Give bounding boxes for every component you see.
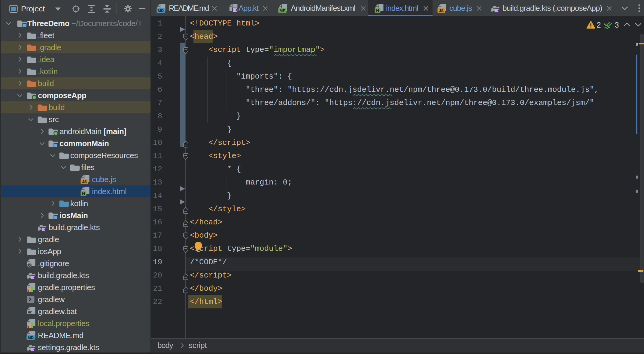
svg-text:JS: JS bbox=[439, 8, 444, 13]
svg-text:MD: MD bbox=[158, 8, 164, 13]
svg-text:MD: MD bbox=[28, 335, 34, 340]
svg-text:JS: JS bbox=[82, 179, 87, 184]
svg-text:H: H bbox=[82, 191, 85, 196]
svg-text:H: H bbox=[376, 8, 379, 13]
svg-text:MF: MF bbox=[280, 8, 285, 13]
